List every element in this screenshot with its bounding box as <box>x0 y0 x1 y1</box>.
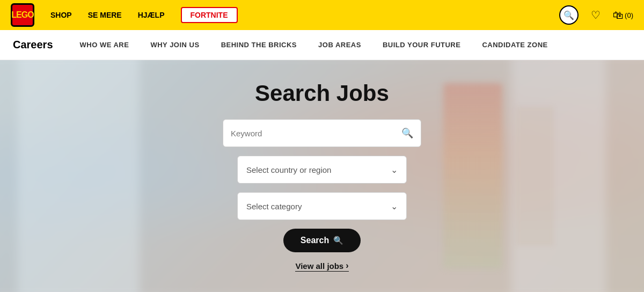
hero-section: Search Jobs 🔍 Select country or region ⌄… <box>0 60 644 292</box>
hero-title: Search Jobs <box>255 81 389 106</box>
country-select[interactable]: Select country or region ⌄ <box>237 156 407 184</box>
search-button-icon: 🔍 <box>333 236 343 245</box>
cart-icon: 🛍 <box>613 9 624 21</box>
wishlist-icon-button[interactable]: ♡ <box>586 5 605 25</box>
country-select-label: Select country or region <box>246 165 331 174</box>
category-select-label: Select category <box>246 202 302 211</box>
nav-link-shop[interactable]: SHOP <box>50 11 72 19</box>
careers-nav-job-areas[interactable]: JOB AREAS <box>318 41 361 49</box>
lego-logo[interactable]: LEGO <box>11 3 34 27</box>
search-icon: 🔍 <box>564 10 574 20</box>
keyword-search-icon[interactable]: 🔍 <box>401 127 413 139</box>
view-all-jobs-label: View all jobs <box>295 261 343 271</box>
top-nav-icons: 🔍 ♡ 🛍 (0) <box>559 5 633 25</box>
cart-count: (0) <box>625 11 633 19</box>
careers-nav-behind-the-bricks[interactable]: BEHIND THE BRICKS <box>221 41 297 49</box>
careers-title: Careers <box>13 39 53 51</box>
view-all-arrow-icon: › <box>346 261 348 271</box>
category-select[interactable]: Select category ⌄ <box>237 192 407 220</box>
heart-icon: ♡ <box>591 9 601 21</box>
nav-link-hjaelp[interactable]: HJÆLP <box>138 11 165 19</box>
category-chevron-down-icon: ⌄ <box>391 201 398 211</box>
country-chevron-down-icon: ⌄ <box>391 165 398 175</box>
careers-nav-candidate-zone[interactable]: CANDIDATE ZONE <box>482 41 547 49</box>
top-nav-links: SHOP SE MERE HJÆLP FORTNITE <box>50 7 543 23</box>
cart-button[interactable]: 🛍 (0) <box>613 9 633 21</box>
top-navigation: LEGO SHOP SE MERE HJÆLP FORTNITE 🔍 ♡ 🛍 (… <box>0 0 644 30</box>
careers-nav-build-your-future[interactable]: BUILD YOUR FUTURE <box>383 41 460 49</box>
search-button-label: Search <box>301 236 329 245</box>
view-all-jobs-link[interactable]: View all jobs › <box>295 261 348 272</box>
keyword-search-box: 🔍 <box>223 119 421 147</box>
nav-link-se-mere[interactable]: SE MERE <box>88 11 122 19</box>
careers-nav-who-we-are[interactable]: WHO WE ARE <box>80 41 129 49</box>
search-button[interactable]: Search 🔍 <box>283 229 361 252</box>
keyword-input[interactable] <box>231 129 397 138</box>
fortnite-button[interactable]: FORTNITE <box>181 7 238 23</box>
search-icon-button[interactable]: 🔍 <box>559 5 579 25</box>
hero-content: Search Jobs 🔍 Select country or region ⌄… <box>0 81 644 272</box>
careers-navigation: Careers WHO WE ARE WHY JOIN US BEHIND TH… <box>0 30 644 60</box>
careers-nav-why-join-us[interactable]: WHY JOIN US <box>150 41 199 49</box>
